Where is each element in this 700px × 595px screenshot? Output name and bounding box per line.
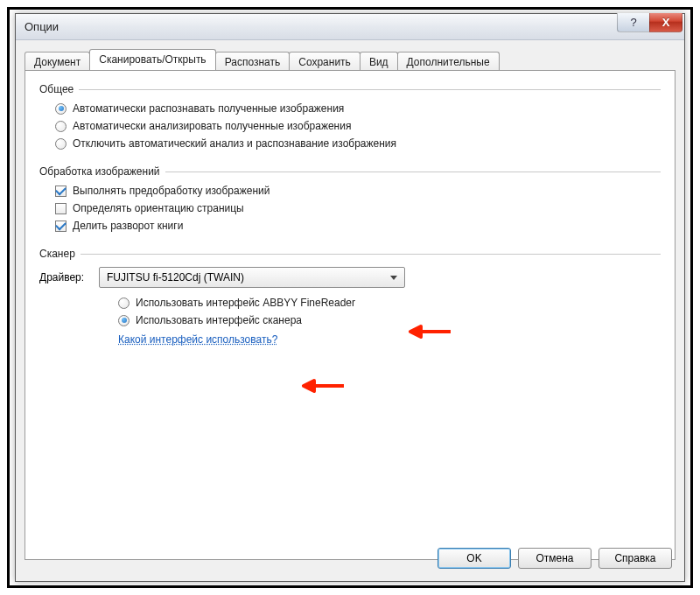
radio-icon — [55, 121, 66, 132]
tab-strip: Документ Сканировать/Открыть Распознать … — [16, 40, 684, 70]
radio-icon — [55, 103, 66, 115]
checkbox-split-spread[interactable]: Делить разворот книги — [55, 220, 661, 232]
group-scanner: Сканер Драйвер: FUJITSU fi-5120Cdj (TWAI… — [39, 248, 661, 346]
titlebar: Опции ? X — [16, 14, 684, 40]
radio-label: Отключить автоматический анализ и распоз… — [73, 137, 396, 150]
radio-label: Использовать интерфейс ABBYY FineReader — [136, 297, 355, 309]
help-button[interactable]: ? — [617, 13, 650, 32]
checkbox-preprocess[interactable]: Выполнять предобработку изображений — [55, 185, 661, 197]
annotation-arrow-icon — [302, 378, 344, 394]
radio-label: Использовать интерфейс сканера — [136, 314, 302, 326]
driver-value: FUJITSU fi-5120Cdj (TWAIN) — [107, 271, 244, 284]
checkbox-icon — [55, 203, 66, 214]
close-button[interactable]: X — [649, 13, 682, 32]
group-processing: Обработка изображений Выполнять предобра… — [39, 165, 661, 232]
options-dialog: Опции ? X Документ Сканировать/Открыть Р… — [15, 13, 685, 582]
ok-button[interactable]: OK — [438, 548, 511, 569]
window-title: Опции — [24, 20, 618, 33]
checkbox-label: Определять ориентацию страницы — [73, 202, 244, 214]
checkbox-label: Делить разворот книги — [73, 220, 183, 232]
checkbox-icon — [55, 186, 66, 197]
button-bar: OK Отмена Справка — [438, 548, 672, 569]
tabpanel-scan-open: Общее Автоматически распознавать получен… — [24, 70, 676, 560]
group-scanner-title: Сканер — [39, 248, 80, 260]
radio-abbyy-interface[interactable]: Использовать интерфейс ABBYY FineReader — [118, 297, 661, 309]
cancel-button[interactable]: Отмена — [518, 548, 592, 569]
radio-auto-recognize[interactable]: Автоматически распознавать полученные из… — [55, 102, 661, 115]
radio-disable-auto[interactable]: Отключить автоматический анализ и распоз… — [55, 137, 661, 150]
tab-additional[interactable]: Дополнительные — [397, 52, 500, 71]
which-interface-link[interactable]: Какой интерфейс использовать? — [118, 333, 277, 346]
group-processing-title: Обработка изображений — [39, 165, 165, 178]
group-general-title: Общее — [39, 83, 79, 95]
tab-view[interactable]: Вид — [360, 52, 398, 71]
help-button-bottom[interactable]: Справка — [598, 548, 672, 569]
tab-recognize[interactable]: Распознать — [215, 52, 290, 71]
checkbox-orientation[interactable]: Определять ориентацию страницы — [55, 202, 661, 214]
radio-icon — [55, 138, 66, 150]
group-general: Общее Автоматически распознавать получен… — [39, 83, 661, 150]
driver-combobox[interactable]: FUJITSU fi-5120Cdj (TWAIN) — [99, 267, 405, 288]
radio-label: Автоматически распознавать полученные из… — [73, 102, 344, 115]
checkbox-icon — [55, 220, 66, 232]
tab-scan-open[interactable]: Сканировать/Открыть — [89, 49, 215, 70]
radio-label: Автоматически анализировать полученные и… — [73, 120, 351, 132]
driver-label: Драйвер: — [39, 271, 99, 284]
tab-save[interactable]: Сохранить — [289, 52, 360, 71]
radio-icon — [118, 298, 130, 309]
radio-auto-analyze[interactable]: Автоматически анализировать полученные и… — [55, 120, 661, 132]
radio-icon — [118, 315, 130, 326]
radio-scanner-interface[interactable]: Использовать интерфейс сканера — [118, 314, 661, 326]
tab-document[interactable]: Документ — [24, 52, 90, 71]
checkbox-label: Выполнять предобработку изображений — [73, 185, 270, 197]
